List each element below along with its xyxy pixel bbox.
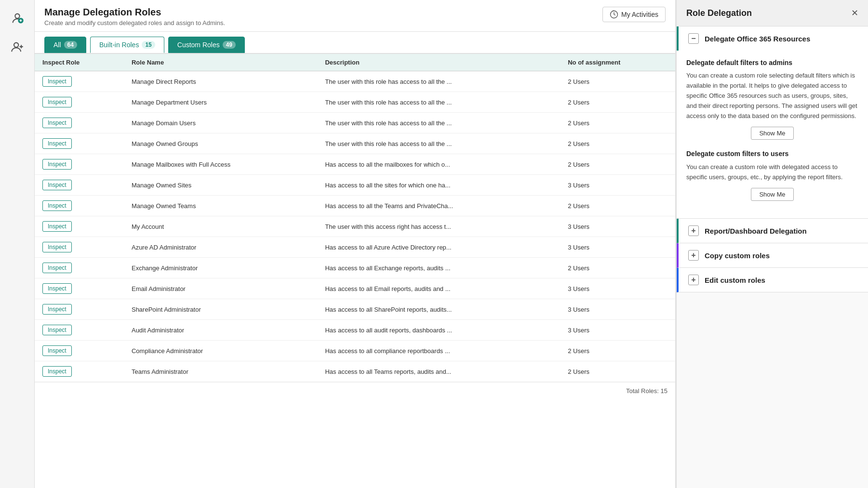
cell-assignments-14: 2 Users bbox=[560, 361, 675, 382]
cell-description-2: The user with this role has access to al… bbox=[317, 113, 560, 133]
cell-role-name-14: Teams Administrator bbox=[124, 361, 317, 382]
show-me-button-1[interactable]: Show Me bbox=[751, 127, 793, 140]
cell-assignments-2: 2 Users bbox=[560, 113, 675, 133]
col-inspect-role: Inspect Role bbox=[35, 54, 124, 71]
table-row: Inspect My Account The user with this ac… bbox=[35, 216, 675, 237]
accordion-title-delegate: Delegate Office 365 Resources bbox=[705, 35, 810, 43]
table-row: Inspect Manage Direct Reports The user w… bbox=[35, 71, 675, 92]
cell-role-name-10: Email Administrator bbox=[124, 278, 317, 299]
cell-role-name-12: Audit Administrator bbox=[124, 320, 317, 341]
roles-table-container: Inspect Role Role Name Description No of… bbox=[35, 53, 675, 488]
cell-description-7: The user with this access right has acce… bbox=[317, 216, 560, 237]
table-row: Inspect Teams Administrator Has access t… bbox=[35, 361, 675, 382]
page-subtitle: Create and modify custom delegated roles… bbox=[44, 19, 225, 26]
cell-role-name-2: Manage Domain Users bbox=[124, 113, 317, 133]
cell-inspect-0: Inspect bbox=[35, 71, 124, 92]
inspect-button-9[interactable]: Inspect bbox=[42, 263, 72, 273]
cell-assignments-7: 3 Users bbox=[560, 216, 675, 237]
accordion-toggle-report[interactable]: + bbox=[688, 225, 699, 236]
sidebar-icon-add-user[interactable] bbox=[7, 37, 28, 58]
page-title: Manage Delegation Roles bbox=[44, 7, 225, 18]
cell-role-name-5: Manage Owned Sites bbox=[124, 175, 317, 196]
accordion-header-report[interactable]: + Report/Dashboard Delegation bbox=[679, 219, 868, 243]
table-row: Inspect Manage Owned Teams Has access to… bbox=[35, 196, 675, 216]
svg-point-0 bbox=[15, 14, 19, 18]
cell-role-name-7: My Account bbox=[124, 216, 317, 237]
accordion-copy-roles: + Copy custom roles bbox=[677, 243, 868, 268]
tab-builtin-label: Built-in Roles bbox=[99, 41, 139, 49]
cell-inspect-2: Inspect bbox=[35, 113, 124, 133]
inspect-button-13[interactable]: Inspect bbox=[42, 345, 72, 356]
my-activities-button[interactable]: My Activities bbox=[602, 7, 666, 22]
cell-assignments-6: 2 Users bbox=[560, 196, 675, 216]
cell-inspect-11: Inspect bbox=[35, 299, 124, 320]
table-row: Inspect Azure AD Administrator Has acces… bbox=[35, 237, 675, 258]
inspect-button-3[interactable]: Inspect bbox=[42, 138, 72, 149]
cell-inspect-1: Inspect bbox=[35, 92, 124, 113]
subsection-title-2: Delegate custom filters to users bbox=[686, 148, 858, 159]
panel-header: Role Delegation ✕ bbox=[677, 0, 868, 26]
accordion-content-delegate: Delegate default filters to admins You c… bbox=[677, 51, 868, 218]
table-row: Inspect Exchange Administrator Has acces… bbox=[35, 258, 675, 278]
accordion-header-edit[interactable]: + Edit custom roles bbox=[679, 268, 868, 292]
inspect-button-12[interactable]: Inspect bbox=[42, 325, 72, 335]
table-row: Inspect Compliance Administrator Has acc… bbox=[35, 341, 675, 361]
inspect-button-2[interactable]: Inspect bbox=[42, 118, 72, 128]
cell-assignments-12: 3 Users bbox=[560, 320, 675, 341]
panel-title: Role Delegation bbox=[686, 8, 752, 18]
table-row: Inspect Manage Mailboxes with Full Acces… bbox=[35, 154, 675, 175]
tab-custom-badge: 49 bbox=[223, 41, 236, 49]
cell-inspect-5: Inspect bbox=[35, 175, 124, 196]
subsection-title-1: Delegate default filters to admins bbox=[686, 57, 858, 68]
show-me-button-2[interactable]: Show Me bbox=[751, 188, 793, 201]
cell-inspect-10: Inspect bbox=[35, 278, 124, 299]
panel-close-button[interactable]: ✕ bbox=[851, 8, 858, 18]
accordion-header-copy[interactable]: + Copy custom roles bbox=[679, 243, 868, 267]
inspect-button-8[interactable]: Inspect bbox=[42, 242, 72, 252]
accordion-report-dashboard: + Report/Dashboard Delegation bbox=[677, 219, 868, 243]
cell-description-6: Has access to all the Teams and PrivateC… bbox=[317, 196, 560, 216]
table-row: Inspect Manage Department Users The user… bbox=[35, 92, 675, 113]
accordion-toggle-delegate[interactable]: − bbox=[688, 33, 699, 44]
cell-role-name-1: Manage Department Users bbox=[124, 92, 317, 113]
cell-description-1: The user with this role has access to al… bbox=[317, 92, 560, 113]
cell-inspect-12: Inspect bbox=[35, 320, 124, 341]
table-row: Inspect Manage Owned Sites Has access to… bbox=[35, 175, 675, 196]
accordion-toggle-edit[interactable]: + bbox=[688, 275, 699, 285]
sidebar-icon-user[interactable] bbox=[7, 8, 28, 29]
page-header: Manage Delegation Roles Create and modif… bbox=[35, 0, 675, 32]
inspect-button-4[interactable]: Inspect bbox=[42, 159, 72, 170]
cell-inspect-3: Inspect bbox=[35, 133, 124, 154]
cell-description-8: Has access to all Azure Active Directory… bbox=[317, 237, 560, 258]
cell-assignments-10: 3 Users bbox=[560, 278, 675, 299]
cell-assignments-8: 3 Users bbox=[560, 237, 675, 258]
inspect-button-5[interactable]: Inspect bbox=[42, 180, 72, 190]
inspect-button-6[interactable]: Inspect bbox=[42, 200, 72, 211]
cell-inspect-6: Inspect bbox=[35, 196, 124, 216]
accordion-header-delegate[interactable]: − Delegate Office 365 Resources bbox=[677, 26, 868, 51]
tab-built-in[interactable]: Built-in Roles 15 bbox=[90, 37, 164, 53]
inspect-button-0[interactable]: Inspect bbox=[42, 76, 72, 87]
table-row: Inspect SharePoint Administrator Has acc… bbox=[35, 299, 675, 320]
cell-assignments-4: 2 Users bbox=[560, 154, 675, 175]
subsection-text-1: You can create a custom role selecting d… bbox=[686, 71, 858, 121]
cell-inspect-4: Inspect bbox=[35, 154, 124, 175]
accordion-toggle-copy[interactable]: + bbox=[688, 250, 699, 261]
inspect-button-1[interactable]: Inspect bbox=[42, 97, 72, 107]
inspect-button-14[interactable]: Inspect bbox=[42, 366, 72, 377]
tab-custom[interactable]: Custom Roles 49 bbox=[168, 37, 245, 53]
col-role-name: Role Name bbox=[124, 54, 317, 71]
inspect-button-11[interactable]: Inspect bbox=[42, 304, 72, 315]
cell-role-name-4: Manage Mailboxes with Full Access bbox=[124, 154, 317, 175]
svg-point-2 bbox=[14, 43, 18, 47]
cell-description-11: Has access to all SharePoint reports, au… bbox=[317, 299, 560, 320]
cell-role-name-11: SharePoint Administrator bbox=[124, 299, 317, 320]
tab-all-label: All bbox=[53, 41, 61, 49]
inspect-button-7[interactable]: Inspect bbox=[42, 221, 72, 232]
cell-inspect-14: Inspect bbox=[35, 361, 124, 382]
tab-all[interactable]: All 64 bbox=[44, 37, 86, 53]
cell-inspect-7: Inspect bbox=[35, 216, 124, 237]
right-panel: Role Delegation ✕ − Delegate Office 365 … bbox=[675, 0, 868, 488]
subsection-text-2: You can create a custom role with delega… bbox=[686, 162, 858, 183]
inspect-button-10[interactable]: Inspect bbox=[42, 283, 72, 294]
